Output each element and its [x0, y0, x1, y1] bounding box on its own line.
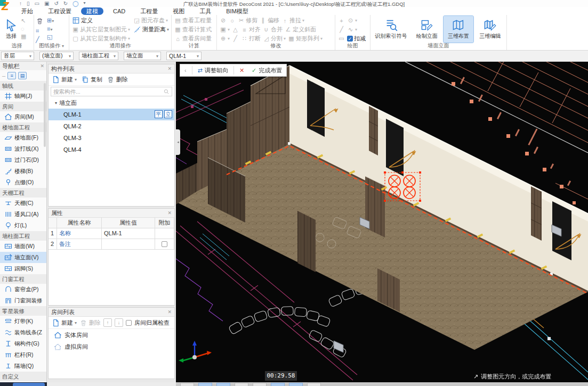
sidebar-item-floor[interactable]: 楼地面(F)	[0, 132, 46, 143]
sidebar-item-axis-grid[interactable]: 轴网(J)	[0, 91, 46, 102]
draw-point-button[interactable]: +	[337, 16, 346, 25]
align-button[interactable]: ≡对齐	[240, 25, 262, 34]
component-search-input[interactable]	[53, 88, 155, 95]
view-formula-button[interactable]: ▦查看计算式	[173, 25, 215, 34]
sidebar-item-stairs[interactable]: 楼梯(B)	[0, 166, 46, 177]
draw-arc-button[interactable]: ∿▾	[346, 25, 358, 34]
tree-item-qlm4[interactable]: QLM-4	[49, 144, 174, 155]
delete-room-button[interactable]: 删除	[79, 319, 101, 327]
bottom-left-pill[interactable]	[13, 383, 45, 386]
tab-start[interactable]: 开始	[16, 7, 38, 15]
copy-element-button[interactable]: ▣▾	[219, 25, 231, 34]
push-pull-button[interactable]: ↑推拉▾	[280, 16, 305, 25]
tree-group-wall-elevation[interactable]: ▾ 墙立面	[49, 97, 174, 109]
nav-close-icon[interactable]: ✕	[40, 63, 44, 69]
component-select[interactable]: QLM-1▾	[166, 52, 202, 60]
tree-item-qlm2[interactable]: QLM-2	[49, 120, 174, 132]
elevation-view-badge[interactable]: 立	[164, 110, 172, 118]
room-ownership-checkbox[interactable]	[126, 320, 132, 326]
room-item-virtual[interactable]: 虚拟房间	[49, 341, 174, 352]
cancel-layout-button[interactable]: ✕	[237, 67, 246, 74]
select-button[interactable]: 选择	[2, 16, 21, 43]
sidebar-item-accent[interactable]: 点缀(O)	[0, 177, 46, 188]
sidebar-item-light-band[interactable]: 灯带(K)	[0, 316, 46, 327]
mirror-button[interactable]: △	[231, 25, 240, 34]
toolbar-collapse-button[interactable]: ‹	[182, 67, 189, 73]
room-item-solid[interactable]: 实体房间	[49, 329, 174, 341]
new-room-button[interactable]: 新建▾	[52, 319, 77, 327]
sheet-group-caret-icon[interactable]: ▾	[62, 44, 64, 48]
properties-close-icon[interactable]: ✕	[167, 210, 172, 216]
nav-pin-icon[interactable]: –	[2, 72, 5, 79]
status-toggle-button[interactable]	[253, 383, 267, 386]
room-list-close-icon[interactable]: ✕	[167, 309, 172, 315]
nav-card-view-toggle[interactable]: ▤	[18, 72, 27, 79]
component-list-close-icon[interactable]: ✕	[167, 66, 172, 71]
sidebar-item-vent[interactable]: 通风口(A)	[0, 209, 46, 220]
delete-element-button[interactable]: ⊘	[219, 16, 228, 25]
frame-icon[interactable]: ◱	[47, 34, 54, 40]
sidebar-item-railing[interactable]: 栏杆(R)	[0, 349, 46, 360]
sidebar-item-partition[interactable]: 隔墙(Q)	[0, 360, 46, 372]
plan-view-badge[interactable]: 平	[155, 110, 163, 118]
locate-frame-icon[interactable]: ⌗	[36, 28, 44, 35]
sidebar-item-ceiling[interactable]: 天棚(C)	[0, 198, 46, 209]
batch-select-icon[interactable]: ▦	[21, 33, 26, 40]
category-select[interactable]: 墙柱面工程▾	[79, 52, 118, 60]
sidebar-item-door-stone[interactable]: 过门石(D)	[0, 154, 46, 166]
element-type-select[interactable]: (墙立面)▾	[39, 52, 74, 60]
sidebar-item-skirting[interactable]: 踢脚(S)	[0, 263, 46, 274]
copy-component-button[interactable]: 复制	[81, 76, 102, 84]
pick-add-icon[interactable]: ↖	[21, 18, 26, 24]
tree-item-qlm1[interactable]: QLM-1 平 立	[49, 109, 174, 120]
finish-layout-button[interactable]: ✓ 完成布置	[249, 67, 284, 75]
adjust-orientation-button[interactable]: ⇄ 调整朝向	[196, 67, 230, 75]
floor-select[interactable]: 首层▾	[1, 52, 34, 60]
sidebar-item-light[interactable]: 灯(L)	[0, 220, 46, 231]
merge-button[interactable]: ∪合并	[262, 25, 284, 34]
manage-sheets-icon[interactable]: ⊞▾	[47, 17, 54, 24]
view-quantity-button[interactable]: ▤查看工程量	[173, 16, 215, 25]
tab-view[interactable]: 视图	[167, 7, 190, 15]
copy-elements-from-layer-button[interactable]: ▣从其它层复制图元▾	[71, 25, 131, 34]
define-button[interactable]: 定义	[71, 16, 131, 25]
identify-index-symbol-button[interactable]: 识别索引符号	[372, 16, 410, 43]
define-slope-button[interactable]: ∠定义斜面	[284, 25, 317, 34]
offset-button[interactable]: ∥偏移	[259, 16, 280, 25]
sidebar-item-wall-elevation[interactable]: 墙立面(V)	[0, 252, 46, 263]
tab-quantity[interactable]: 工程量	[135, 7, 163, 15]
measure-distance-button[interactable]: 测量距离▾	[132, 25, 170, 34]
draw-circle-button[interactable]: ⊙▾	[346, 16, 358, 25]
prop-remark-value[interactable]	[102, 239, 155, 250]
remark-extra-checkbox[interactable]	[162, 241, 167, 247]
status-toggle-button[interactable]	[289, 383, 303, 386]
tree-item-qlm3[interactable]: QLM-3	[49, 132, 174, 144]
new-component-button[interactable]: 新建▾	[52, 76, 77, 84]
status-toggle-button[interactable]	[271, 383, 285, 386]
nav-scrollbar[interactable]	[44, 83, 46, 147]
move-up-button[interactable]: ↑	[103, 318, 112, 327]
cad-viewport[interactable]: ‹ ⇄ 调整朝向 ✕ ✓ 完成布置 ◂ 00:29.58 ↗ 调整图元方向，或完…	[176, 62, 588, 382]
rotate-button[interactable]: ○	[228, 16, 237, 25]
panel-collapse-handle[interactable]: ◂	[176, 129, 180, 155]
layout-3d-button[interactable]: 三维布置	[444, 16, 473, 43]
sidebar-item-border-line[interactable]: 波打线(X)	[0, 143, 46, 154]
trim-button[interactable]: ✂修剪	[237, 16, 259, 25]
layers-icon[interactable]: ≡▾	[47, 26, 54, 32]
edit-3d-button[interactable]: 三维编辑	[476, 16, 505, 43]
tab-project-settings[interactable]: 工程设置	[43, 7, 77, 15]
move-down-button[interactable]: ↓	[115, 318, 123, 327]
tab-tools[interactable]: 工具	[194, 7, 216, 15]
search-icon[interactable]	[163, 88, 170, 95]
draw-elevation-button[interactable]: 绘制立面	[412, 16, 441, 43]
status-toggle-button[interactable]	[235, 383, 248, 386]
status-toggle-button[interactable]	[198, 383, 212, 386]
sidebar-item-steel-member[interactable]: 钢构件(G)	[0, 338, 46, 349]
tab-modeling[interactable]: 建模	[81, 7, 103, 15]
lasso-select-icon[interactable]: ◌	[21, 26, 26, 32]
prop-name-value[interactable]: QLM-1	[102, 228, 155, 239]
sidebar-item-opening-trim[interactable]: 门窗洞装修	[0, 295, 46, 306]
draw-line-button[interactable]: ╱	[337, 25, 346, 34]
tab-bim-model[interactable]: BIM模型	[221, 7, 254, 15]
save-element-button[interactable]: ◲图元存盘▾	[132, 16, 170, 25]
